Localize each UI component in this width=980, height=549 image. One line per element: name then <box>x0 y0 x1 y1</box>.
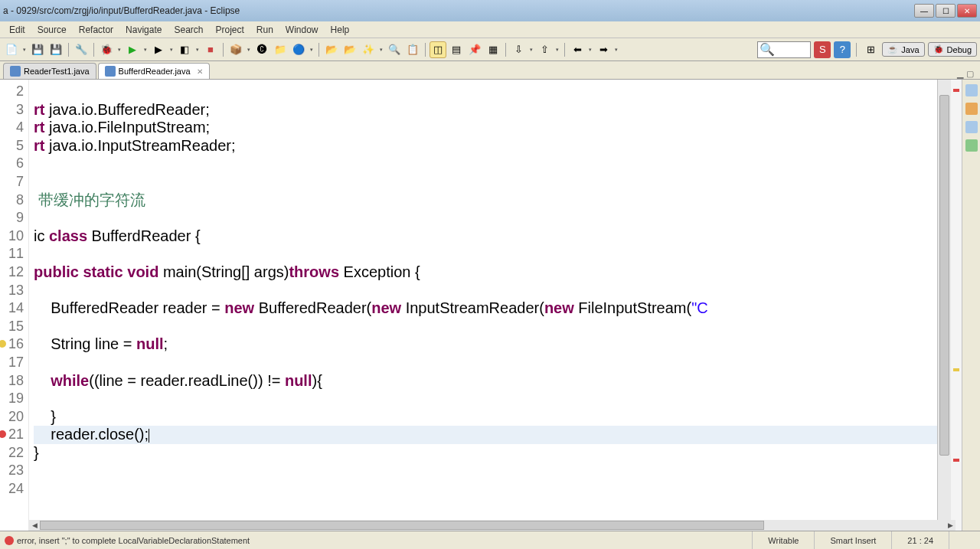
open-perspective-icon[interactable]: ⊞ <box>862 41 879 58</box>
vertical-scrollbar[interactable] <box>937 80 951 531</box>
code-line[interactable]: } <box>34 408 937 426</box>
code-line[interactable]: BufferedReader reader = new BufferedRead… <box>34 299 937 318</box>
dropdown-icon[interactable]: ▾ <box>587 41 593 58</box>
run-last-icon[interactable]: ▶ <box>150 41 167 58</box>
warning-marker[interactable] <box>953 368 959 371</box>
outline-view-icon[interactable] <box>965 84 978 96</box>
dropdown-icon[interactable]: ▾ <box>528 41 534 58</box>
debug-perspective-button[interactable]: 🐞 Debug <box>928 42 977 57</box>
navigator-view-icon[interactable] <box>965 139 978 152</box>
code-line[interactable]: 带缓冲的字符流 <box>34 191 937 210</box>
code-area[interactable]: rt java.io.BufferedReader;rt java.io.Fil… <box>29 80 937 531</box>
maximize-view-icon[interactable]: ▢ <box>966 69 974 79</box>
dropdown-icon[interactable]: ▾ <box>194 41 201 58</box>
code-line[interactable] <box>34 155 937 173</box>
hierarchy-view-icon[interactable] <box>965 121 978 133</box>
code-line[interactable]: } <box>34 444 937 462</box>
code-line[interactable] <box>34 462 937 480</box>
filter-icon[interactable]: ▦ <box>485 41 501 58</box>
menu-help[interactable]: Help <box>325 23 356 37</box>
code-line[interactable] <box>34 282 937 300</box>
code-line[interactable]: reader.close(); <box>34 426 937 444</box>
menu-search[interactable]: Search <box>168 23 209 37</box>
code-line[interactable]: while((line = reader.readLine()) != null… <box>34 372 937 391</box>
code-line[interactable] <box>34 390 937 408</box>
outline-icon[interactable]: ▤ <box>448 41 465 58</box>
save-all-icon[interactable]: 💾 <box>47 41 64 58</box>
code-line[interactable] <box>34 83 937 101</box>
horizontal-scrollbar[interactable]: ◀ ▶ <box>29 520 956 531</box>
tab-bufferdreader[interactable]: BufferdReader.java ✕ <box>98 63 210 79</box>
info-icon[interactable]: ? <box>834 41 851 58</box>
dropdown-icon[interactable]: ▾ <box>309 41 315 58</box>
task-icon[interactable]: 📋 <box>404 41 421 58</box>
menu-navigate[interactable]: Navigate <box>119 23 168 37</box>
code-line[interactable] <box>34 480 937 498</box>
error-marker[interactable] <box>953 89 959 92</box>
open-type-icon[interactable]: 🔵 <box>290 41 307 58</box>
code-line[interactable] <box>34 173 937 191</box>
toggle-icon[interactable]: ◫ <box>430 41 446 58</box>
overview-ruler[interactable] <box>951 80 962 531</box>
quick-access-input[interactable]: 🔍 <box>757 41 811 58</box>
scroll-right-icon[interactable]: ▶ <box>945 520 956 531</box>
next-annotation-icon[interactable]: ⇩ <box>510 41 527 58</box>
code-line[interactable] <box>34 318 937 336</box>
quick-access-field[interactable] <box>775 45 808 54</box>
java-perspective-button[interactable]: ☕ Java <box>882 42 924 57</box>
dropdown-icon[interactable]: ▾ <box>116 41 122 58</box>
dropdown-icon[interactable]: ▾ <box>142 41 149 58</box>
menu-refactor[interactable]: Refactor <box>73 23 119 37</box>
debug-icon[interactable]: 🐞 <box>98 41 115 58</box>
scroll-left-icon[interactable]: ◀ <box>29 520 40 531</box>
folder-icon[interactable]: 📂 <box>323 41 340 58</box>
code-line[interactable]: rt java.io.InputStreamReader; <box>34 137 937 155</box>
folder2-icon[interactable]: 📂 <box>341 41 358 58</box>
minimize-view-icon[interactable]: ▁ <box>957 69 963 79</box>
minimize-button[interactable]: — <box>914 4 934 18</box>
back-icon[interactable]: ⬅ <box>569 41 586 58</box>
dropdown-icon[interactable]: ▾ <box>246 41 252 58</box>
new-icon[interactable]: 📄 <box>3 41 20 58</box>
new-folder-icon[interactable]: 📁 <box>272 41 289 58</box>
help-icon[interactable]: S <box>814 41 831 58</box>
save-icon[interactable]: 💾 <box>29 41 46 58</box>
pin-icon[interactable]: 📌 <box>466 41 483 58</box>
dropdown-icon[interactable]: ▾ <box>21 41 28 58</box>
dropdown-icon[interactable]: ▾ <box>168 41 175 58</box>
scrollbar-thumb[interactable] <box>939 95 949 456</box>
code-line[interactable]: ic class BufferdReader { <box>34 227 937 246</box>
menu-project[interactable]: Project <box>209 23 250 37</box>
maximize-button[interactable]: ☐ <box>936 4 956 18</box>
code-line[interactable] <box>34 354 937 372</box>
code-line[interactable] <box>34 209 937 227</box>
stop-icon[interactable]: ■ <box>202 41 219 58</box>
close-icon[interactable]: ✕ <box>197 67 203 76</box>
wand-icon[interactable]: ✨ <box>360 41 377 58</box>
search-icon[interactable]: 🔍 <box>386 41 403 58</box>
prev-annotation-icon[interactable]: ⇧ <box>536 41 553 58</box>
error-marker[interactable] <box>953 459 959 462</box>
code-line[interactable]: rt java.io.BufferedReader; <box>34 101 937 119</box>
code-line[interactable]: rt java.io.FileInputStream; <box>34 119 937 137</box>
menu-window[interactable]: Window <box>279 23 325 37</box>
tab-readertest1[interactable]: ReaderTest1.java <box>3 63 96 79</box>
code-line[interactable] <box>34 245 937 263</box>
scrollbar-thumb[interactable] <box>40 521 764 530</box>
new-class-icon[interactable]: 🅒 <box>253 41 270 58</box>
forward-icon[interactable]: ➡ <box>595 41 612 58</box>
menu-run[interactable]: Run <box>250 23 279 37</box>
menu-edit[interactable]: Edit <box>3 23 31 37</box>
task-view-icon[interactable] <box>965 103 978 115</box>
code-line[interactable]: public static void main(String[] args)th… <box>34 263 937 282</box>
run-icon[interactable]: ▶ <box>124 41 141 58</box>
dropdown-icon[interactable]: ▾ <box>613 41 619 58</box>
close-button[interactable]: ✕ <box>957 4 977 18</box>
menu-source[interactable]: Source <box>31 23 73 37</box>
dropdown-icon[interactable]: ▾ <box>554 41 560 58</box>
dropdown-icon[interactable]: ▾ <box>378 41 384 58</box>
coverage-icon[interactable]: ◧ <box>176 41 193 58</box>
new-package-icon[interactable]: 📦 <box>227 41 244 58</box>
code-line[interactable]: String line = null; <box>34 335 937 354</box>
build-icon[interactable]: 🔧 <box>73 41 90 58</box>
